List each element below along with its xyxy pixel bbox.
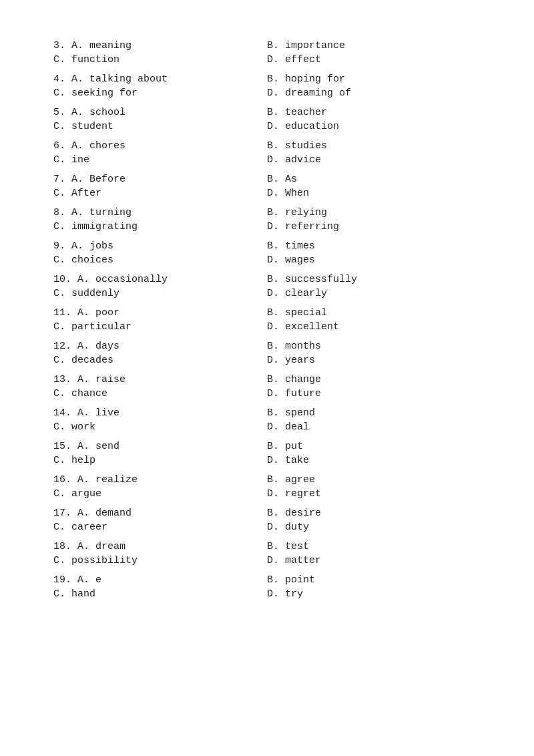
option-row: C. particularD. excellent [53,321,481,333]
question-left: 19. A. e [53,574,267,586]
question-left: 10. A. occasionally [53,274,267,285]
option-right: D. take [267,455,481,466]
question-row: 6. A. choresB. studies [53,140,481,152]
option-right: D. try [267,588,481,600]
question-right: B. put [267,441,481,452]
option-right: D. advice [267,154,481,166]
question-right: B. change [267,374,481,385]
option-left: C. suddenly [53,288,267,299]
question-left: 3. A. meaning [53,40,267,51]
option-row: C. careerD. duty [53,522,481,533]
option-right: D. deal [267,421,481,433]
option-left: C. argue [53,488,267,500]
question-right: B. successfully [267,274,481,285]
option-right: D. effect [267,54,481,65]
option-row: C. workD. deal [53,421,481,433]
option-row: C. decadesD. years [53,355,481,366]
option-left: C. ine [53,154,267,166]
quiz-container: 3. A. meaningB. importanceC. functionD. … [53,40,481,600]
option-right: D. referring [267,221,481,232]
option-left: C. possibility [53,555,267,566]
question-left: 9. A. jobs [53,240,267,252]
question-right: B. agree [267,474,481,486]
option-right: D. dreaming of [267,87,481,99]
option-right: D. matter [267,555,481,566]
question-row: 18. A. dreamB. test [53,541,481,552]
question-right: B. As [267,174,481,185]
question-row: 9. A. jobsB. times [53,240,481,252]
option-left: C. particular [53,321,267,333]
question-row: 13. A. raiseB. change [53,374,481,385]
question-left: 4. A. talking about [53,73,267,85]
question-row: 12. A. daysB. months [53,341,481,352]
question-left: 16. A. realize [53,474,267,486]
question-right: B. special [267,307,481,319]
option-left: C. decades [53,355,267,366]
question-left: 7. A. Before [53,174,267,185]
question-row: 4. A. talking aboutB. hoping for [53,73,481,85]
option-left: C. hand [53,588,267,600]
question-left: 11. A. poor [53,307,267,319]
question-left: 5. A. school [53,107,267,118]
option-left: C. seeking for [53,87,267,99]
question-left: 17. A. demand [53,508,267,519]
question-row: 3. A. meaningB. importance [53,40,481,51]
option-left: C. work [53,421,267,433]
option-left: C. After [53,188,267,199]
option-left: C. choices [53,254,267,266]
question-right: B. importance [267,40,481,51]
question-row: 16. A. realizeB. agree [53,474,481,486]
question-left: 12. A. days [53,341,267,352]
option-right: D. wages [267,254,481,266]
question-right: B. desire [267,508,481,519]
question-row: 14. A. liveB. spend [53,407,481,419]
question-right: B. studies [267,140,481,152]
question-left: 6. A. chores [53,140,267,152]
option-row: C. suddenlyD. clearly [53,288,481,299]
question-right: B. point [267,574,481,586]
option-left: C. immigrating [53,221,267,232]
question-left: 14. A. live [53,407,267,419]
option-row: C. chanceD. future [53,388,481,399]
option-right: D. clearly [267,288,481,299]
option-left: C. help [53,455,267,466]
option-row: C. helpD. take [53,455,481,466]
question-row: 17. A. demandB. desire [53,508,481,519]
option-row: C. seeking forD. dreaming of [53,87,481,99]
option-right: D. regret [267,488,481,500]
question-right: B. times [267,240,481,252]
option-row: C. handD. try [53,588,481,600]
question-row: 7. A. BeforeB. As [53,174,481,185]
option-row: C. studentD. education [53,121,481,132]
question-right: B. teacher [267,107,481,118]
question-right: B. test [267,541,481,552]
option-row: C. argueD. regret [53,488,481,500]
question-left: 8. A. turning [53,207,267,218]
question-left: 13. A. raise [53,374,267,385]
option-right: D. duty [267,522,481,533]
question-row: 19. A. eB. point [53,574,481,586]
option-row: C. ineD. advice [53,154,481,166]
option-row: C. choicesD. wages [53,254,481,266]
question-right: B. spend [267,407,481,419]
question-row: 8. A. turningB. relying [53,207,481,218]
option-right: D. future [267,388,481,399]
question-row: 11. A. poorB. special [53,307,481,319]
question-right: B. relying [267,207,481,218]
option-right: D. years [267,355,481,366]
option-row: C. immigratingD. referring [53,221,481,232]
question-row: 10. A. occasionallyB. successfully [53,274,481,285]
option-left: C. career [53,522,267,533]
option-left: C. function [53,54,267,65]
question-row: 15. A. sendB. put [53,441,481,452]
question-right: B. months [267,341,481,352]
option-right: D. When [267,188,481,199]
question-right: B. hoping for [267,73,481,85]
option-row: C. functionD. effect [53,54,481,65]
option-right: D. excellent [267,321,481,333]
question-left: 15. A. send [53,441,267,452]
option-left: C. student [53,121,267,132]
option-row: C. possibilityD. matter [53,555,481,566]
option-right: D. education [267,121,481,132]
question-left: 18. A. dream [53,541,267,552]
